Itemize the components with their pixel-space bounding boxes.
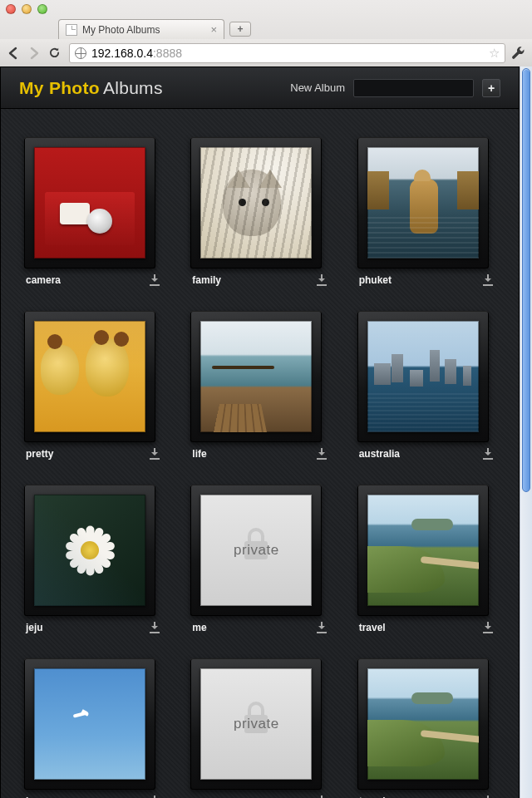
album-name: pretty [26, 448, 53, 460]
brand: My PhotoAlbums [19, 78, 163, 98]
viewport: My PhotoAlbums New Album + camerafamilyp… [0, 66, 532, 798]
album-name: camera [26, 274, 61, 286]
album-thumbnail [34, 147, 145, 259]
album-item: privatepan [190, 658, 328, 798]
album-caption: phuket [357, 274, 495, 286]
forward-button[interactable] [27, 47, 42, 60]
new-album-input[interactable] [353, 79, 474, 97]
album-thumbnail [367, 495, 479, 606]
album-thumbnail [34, 495, 145, 606]
download-icon[interactable] [482, 448, 494, 460]
album-caption: family [190, 274, 328, 286]
browser-toolbar: 192.168.0.4:8888 ☆ [0, 39, 532, 66]
album-item: travel [357, 658, 495, 798]
album-caption: travel [357, 622, 495, 633]
album-thumbnail: private [200, 495, 312, 606]
tab-title: My Photo Albums [82, 24, 160, 36]
private-label: private [234, 716, 279, 732]
album-name: phuket [359, 274, 392, 286]
bird-icon [73, 713, 91, 722]
album-name: travel [359, 622, 386, 633]
album-frame[interactable]: private [190, 658, 322, 790]
minimize-window-button[interactable] [22, 4, 32, 14]
browser-tab[interactable]: My Photo Albums × [58, 19, 224, 39]
page-header: My PhotoAlbums New Album + [1, 67, 519, 109]
album-frame[interactable] [190, 311, 322, 442]
album-frame[interactable] [357, 137, 489, 268]
zoom-window-button[interactable] [37, 4, 47, 14]
url-host: 192.168.0.4 [91, 47, 153, 60]
page-scroll-area[interactable]: My PhotoAlbums New Album + camerafamilyp… [0, 66, 520, 798]
album-thumbnail [367, 321, 479, 432]
album-item: australia [357, 311, 495, 460]
window-controls [6, 4, 47, 14]
album-frame[interactable] [357, 311, 489, 442]
settings-wrench-icon[interactable] [511, 46, 525, 60]
browser-chrome: My Photo Albums × + 192.168.0.4:8888 ☆ [0, 0, 532, 67]
album-name: family [192, 274, 221, 286]
download-icon[interactable] [316, 274, 328, 286]
album-frame[interactable] [24, 658, 155, 790]
album-item: camera [24, 137, 162, 286]
album-frame[interactable] [24, 485, 155, 616]
album-item: life [190, 311, 328, 460]
window-titlebar [0, 0, 532, 18]
album-caption: pretty [24, 448, 162, 460]
album-item: privateme [190, 485, 328, 633]
reload-button[interactable] [48, 47, 63, 59]
album-frame[interactable] [24, 311, 155, 442]
scrollbar-thumb[interactable] [522, 68, 530, 492]
back-button[interactable] [7, 47, 22, 60]
brand-part1: My Photo [19, 78, 100, 97]
album-frame[interactable] [357, 485, 489, 616]
album-item: pretty [24, 311, 162, 460]
album-name: jeju [26, 622, 43, 633]
download-icon[interactable] [316, 448, 328, 460]
new-tab-button[interactable]: + [229, 22, 251, 37]
album-item: phuket [357, 137, 495, 286]
album-grid: camerafamilyphuketprettylifeaustraliajej… [1, 109, 519, 798]
tab-strip: My Photo Albums × + [0, 18, 532, 39]
album-item: travel [357, 485, 495, 633]
download-icon[interactable] [316, 622, 328, 633]
address-bar[interactable]: 192.168.0.4:8888 ☆ [69, 43, 505, 63]
album-caption: camera [24, 274, 162, 286]
album-caption: jeju [24, 622, 162, 633]
album-caption: me [190, 622, 328, 633]
album-thumbnail [34, 321, 145, 432]
album-thumbnail [200, 321, 312, 432]
album-name: life [192, 448, 206, 460]
album-thumbnail [367, 147, 479, 259]
album-caption: australia [357, 448, 495, 460]
album-frame[interactable]: private [190, 485, 322, 616]
page: My PhotoAlbums New Album + camerafamilyp… [0, 66, 520, 798]
download-icon[interactable] [482, 274, 494, 286]
download-icon[interactable] [149, 274, 160, 286]
download-icon[interactable] [149, 448, 160, 460]
album-item: japan [24, 658, 162, 798]
download-icon[interactable] [482, 622, 494, 633]
url-port: :8888 [153, 47, 182, 60]
new-album-label: New Album [290, 81, 345, 94]
page-favicon-icon [66, 24, 77, 36]
album-caption: life [190, 448, 328, 460]
album-frame[interactable] [190, 137, 322, 268]
add-album-button[interactable]: + [482, 79, 500, 97]
album-thumbnail [200, 147, 312, 259]
album-frame[interactable] [357, 658, 489, 790]
close-window-button[interactable] [6, 4, 16, 14]
album-item: family [190, 137, 328, 286]
globe-icon [75, 47, 86, 59]
bookmark-star-icon[interactable]: ☆ [489, 46, 500, 61]
new-album-form: New Album + [290, 79, 500, 97]
tab-close-icon[interactable]: × [210, 23, 217, 36]
album-name: australia [359, 448, 400, 460]
album-thumbnail [34, 668, 145, 780]
album-item: jeju [24, 485, 162, 633]
vertical-scrollbar[interactable] [520, 66, 532, 798]
download-icon[interactable] [149, 622, 160, 633]
album-frame[interactable] [24, 137, 155, 268]
album-thumbnail: private [200, 668, 312, 780]
brand-part2: Albums [103, 78, 163, 97]
private-label: private [234, 542, 279, 559]
